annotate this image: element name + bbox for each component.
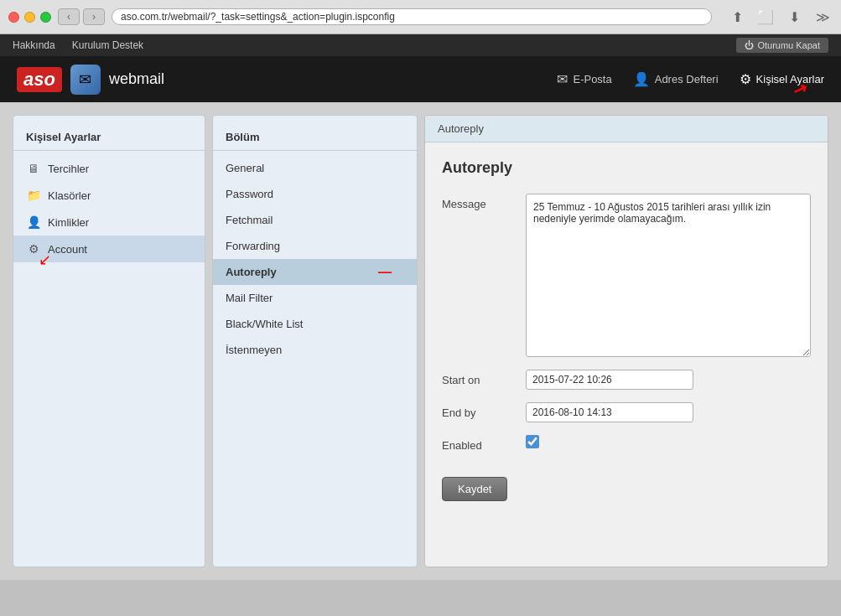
account-label: Account [48, 243, 87, 256]
save-section: Kaydet [442, 468, 811, 501]
menu-autoreply[interactable]: Autoreply — [213, 259, 417, 285]
aso-logo: aso [17, 67, 62, 92]
app-header: aso ✉ webmail ✉ E-Posta 👤 Adres Defteri … [0, 56, 841, 102]
eposta-label: E-Posta [573, 73, 611, 85]
menu-mail-filter[interactable]: Mail Filter [213, 285, 417, 311]
enabled-row: Enabled [442, 435, 811, 452]
download-icon[interactable]: ⬇ [784, 7, 804, 27]
adres-defteri-icon: 👤 [633, 71, 650, 87]
kurulum-destek-link[interactable]: Kurulum Destek [72, 39, 143, 51]
webmail-text: webmail [109, 70, 164, 88]
enabled-label: Enabled [442, 435, 526, 452]
eposta-icon: ✉ [557, 71, 568, 87]
left-sidebar: Kişisel Ayarlar 🖥 Tercihler 📁 Klasörler … [13, 115, 205, 567]
kisisel-ayarlar-icon: ⚙ [740, 71, 751, 87]
sidebar-item-kimlikler[interactable]: 👤 Kimlikler [13, 209, 205, 236]
user-icon: 👤 [26, 215, 41, 230]
top-menu-bar: Hakkında Kurulum Destek ⏻ Oturumu Kapat [0, 34, 841, 56]
menu-general[interactable]: General [213, 155, 417, 181]
end-by-row: End by [442, 402, 811, 422]
enabled-checkbox[interactable] [526, 435, 539, 448]
end-by-label: End by [442, 402, 526, 419]
minimize-button[interactable] [24, 12, 35, 23]
browser-chrome: ‹ › aso.com.tr/webmail/?_task=settings&_… [0, 0, 841, 34]
right-content: Autoreply Autoreply Message 25 Temmuz - … [424, 115, 828, 567]
menu-blackwhite-list[interactable]: Black/White List [213, 311, 417, 337]
share-icon[interactable]: ⬆ [727, 7, 747, 27]
toolbar-icons: ⬆ ⬜ ⬇ ≫ [727, 7, 833, 27]
content-body: Autoreply Message 25 Temmuz - 10 Ağustos… [425, 142, 828, 518]
kimlikler-label: Kimlikler [48, 216, 89, 229]
menu-password[interactable]: Password [213, 181, 417, 207]
menu-fetchmail[interactable]: Fetchmail [213, 207, 417, 233]
bolum-title: Bölüm [213, 124, 417, 151]
mail-logo-icon: ✉ [70, 65, 101, 95]
save-button[interactable]: Kaydet [442, 477, 507, 501]
logout-button[interactable]: ⏻ Oturumu Kapat [736, 38, 828, 53]
message-row: Message 25 Temmuz - 10 Ağustos 2015 tari… [442, 194, 811, 357]
power-icon: ⏻ [745, 40, 754, 50]
content-breadcrumb: Autoreply [425, 116, 828, 142]
url-text: aso.com.tr/webmail/?_task=settings&_acti… [121, 11, 395, 23]
menu-istenmeyen[interactable]: İstenmeyen [213, 337, 417, 363]
autoreply-indicator: — [378, 265, 392, 280]
kisisel-ayarlar-label: Kişisel Ayarlar [756, 73, 824, 85]
sidebar-item-tercihler[interactable]: 🖥 Tercihler [13, 155, 205, 182]
maximize-button[interactable] [40, 12, 51, 23]
start-on-row: Start on [442, 370, 811, 390]
tab-icon[interactable]: ⬜ [755, 7, 776, 27]
left-sidebar-title: Kişisel Ayarlar [13, 124, 205, 151]
back-button[interactable]: ‹ [58, 8, 80, 25]
sidebar-item-klasorler[interactable]: 📁 Klasörler [13, 182, 205, 209]
more-icon[interactable]: ≫ [812, 7, 833, 27]
nav-adres-defteri[interactable]: 👤 Adres Defteri [633, 71, 719, 87]
logo-area: aso ✉ webmail [17, 65, 164, 95]
menu-forwarding[interactable]: Forwarding [213, 233, 417, 259]
header-nav: ✉ E-Posta 👤 Adres Defteri ⚙ Kişisel Ayar… [557, 71, 824, 87]
main-content: Kişisel Ayarlar 🖥 Tercihler 📁 Klasörler … [0, 102, 841, 580]
account-arrow-indicator: ↙ [39, 251, 51, 269]
hakkinda-link[interactable]: Hakkında [13, 39, 55, 51]
nav-buttons: ‹ › [58, 8, 105, 25]
message-label: Message [442, 194, 526, 210]
address-bar[interactable]: aso.com.tr/webmail/?_task=settings&_acti… [112, 8, 712, 25]
logout-label: Oturumu Kapat [757, 40, 820, 50]
traffic-lights [8, 12, 51, 23]
middle-sidebar: Bölüm General Password Fetchmail Forward… [212, 115, 418, 567]
titlebar: ‹ › aso.com.tr/webmail/?_task=settings&_… [0, 0, 841, 34]
nav-eposta[interactable]: ✉ E-Posta [557, 71, 611, 87]
close-button[interactable] [8, 12, 19, 23]
nav-kisisel-ayarlar[interactable]: ⚙ Kişisel Ayarlar ↗ [740, 71, 824, 87]
sidebar-item-account[interactable]: ⚙ Account ↙ [13, 236, 205, 262]
adres-defteri-label: Adres Defteri [655, 73, 719, 85]
monitor-icon: 🖥 [26, 161, 41, 176]
message-textarea[interactable]: 25 Temmuz - 10 Ağustos 2015 tarihleri ar… [526, 194, 811, 357]
start-on-label: Start on [442, 370, 526, 386]
tercihler-label: Tercihler [48, 163, 89, 175]
start-on-input[interactable] [526, 370, 693, 390]
autoreply-title: Autoreply [442, 159, 811, 177]
end-by-input[interactable] [526, 402, 693, 422]
klasorler-label: Klasörler [48, 189, 91, 202]
autoreply-menu-label: Autoreply [226, 266, 277, 278]
forward-button[interactable]: › [83, 8, 105, 25]
folder-icon: 📁 [26, 188, 41, 203]
